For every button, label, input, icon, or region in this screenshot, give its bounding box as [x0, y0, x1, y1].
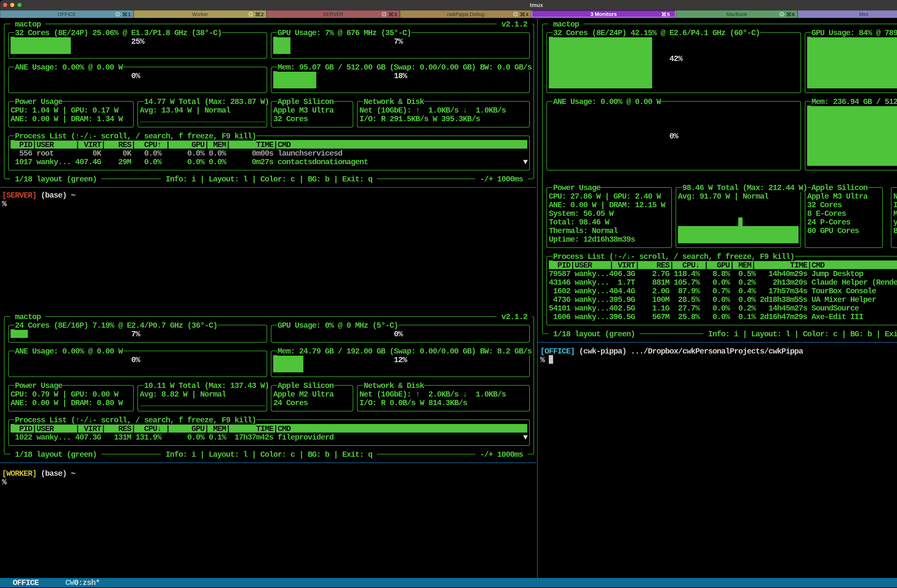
- svg-text:2: 2: [261, 12, 264, 17]
- svg-text:4: 4: [526, 12, 528, 17]
- svg-text:1: 1: [128, 12, 131, 17]
- svg-text:6: 6: [792, 12, 795, 17]
- svg-text:5: 5: [667, 12, 670, 17]
- svg-text:3: 3: [394, 12, 397, 17]
